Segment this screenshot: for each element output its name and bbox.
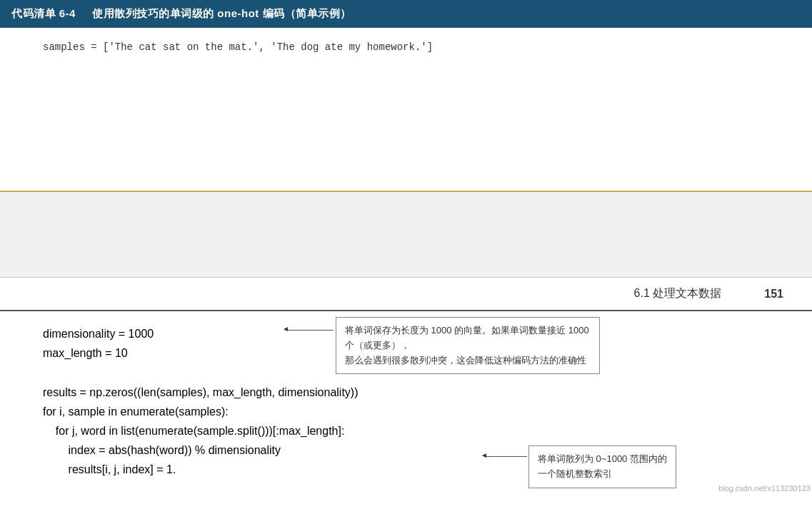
arrow2 [486, 456, 527, 457]
code-line-results: results = np.zeros((len(samples), max_le… [43, 383, 769, 402]
arrow1 [287, 330, 334, 331]
listing-label: 代码清单 6-4 [11, 7, 76, 19]
annotation-box-1: 将单词保存为长度为 1000 的向量。如果单词数量接近 1000 个（或更多），… [336, 317, 600, 374]
code-line-1: samples = ['The cat sat on the mat.', 'T… [43, 39, 769, 56]
code-block-top: samples = ['The cat sat on the mat.', 'T… [0, 28, 812, 192]
annotation2-text: 将单词散列为 0~1000 范围内的一个随机整数索引 [538, 453, 667, 479]
listing-title: 使用散列技巧的单词级的 one-hot 编码（简单示例） [92, 7, 351, 19]
code-listing-header: 代码清单 6-4 使用散列技巧的单词级的 one-hot 编码（简单示例） [0, 0, 812, 28]
code-line-for-j: for j, word in list(enumerate(sample.spl… [43, 421, 769, 440]
page-number: 151 [764, 288, 783, 301]
annotation-box-2: 将单词散列为 0~1000 范围内的一个随机整数索引 [528, 445, 676, 488]
separator-area [0, 192, 812, 278]
annotation1-text: 将单词保存为长度为 1000 的向量。如果单词数量接近 1000 个（或更多），… [345, 325, 589, 366]
section-label: 6.1 处理文本数据 [634, 286, 722, 301]
page-number-bar: 6.1 处理文本数据 151 [0, 278, 812, 311]
watermark: blog.csdn.net/x113230123 [718, 484, 811, 493]
code-line-for-i: for i, sample in enumerate(samples): [43, 402, 769, 421]
